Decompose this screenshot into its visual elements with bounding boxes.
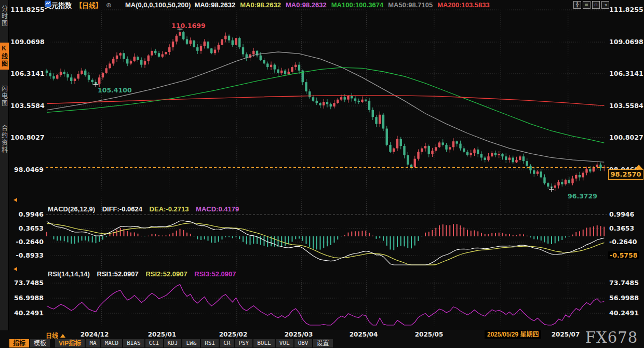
dea-value: DEA:-0.2713 [150,205,189,213]
y-axis-tick: -0.2640 [609,238,642,246]
y-axis-tick: 73.7485 [10,279,44,287]
ma-values: MA0:98.2632MA0:98.2632MA0:98.2632MA100:1… [194,1,494,9]
date-label-2025/03: 2025/03 [285,331,313,338]
y-axis-tick: 106.3141 [609,70,642,77]
selected-date-readout: 2025/05/29 星期四 [485,330,541,339]
toolbar-tab-BOLL[interactable]: BOLL [253,339,276,347]
y-axis-tick: 0.9946 [609,210,642,218]
y-axis-tick: 40.2491 [609,309,642,317]
y-axis-tick: 100.8027 [10,133,44,141]
ma-chart-icon[interactable] [115,2,122,8]
y-axis-tick: 109.0698 [10,38,44,46]
y-axis-tick: 103.5584 [609,102,642,110]
pane-layout-icon[interactable]: ⊞ [583,1,591,9]
last-price-tag: 98.2570 [608,169,643,180]
window-icons: ╬⊞⊟⇥ [573,1,609,9]
date-label-2025/07: 2025/07 [552,331,580,338]
sidebar-tab-合约资料[interactable]: 合约资料 [0,123,9,156]
toolbar-tab-指标[interactable]: 指标 [9,339,30,347]
y-axis-tick: 0.9946 [10,210,44,218]
y-axis-tick: 73.7485 [609,279,642,287]
date-label-2025/01: 2025/01 [148,331,176,338]
ma-value-4: MA50:98.7105 [388,1,433,9]
y-axis-tick: 0.3653 [10,224,44,232]
chart-canvas[interactable] [0,0,644,348]
sidebar-tab-闪电图[interactable]: 闪电图 [0,83,9,109]
y-axis-tick: 56.9988 [609,294,642,302]
rsi-line [47,285,604,325]
y-axis-tick: 0.3653 [609,224,642,232]
ma-value-0: MA0:98.2632 [194,1,235,9]
add-indicator-icon[interactable]: ⊕ [106,1,112,9]
chart-type-sidebar: 分时图K线图闪电图合约资料 [0,0,9,330]
period-tag: 【日线】 [75,0,102,10]
rsi-label-row: RSI(14,14,14) RSI1:52.0907 RSI2:52.0907 … [48,270,242,278]
diff-value: DIFF:-0.0624 [102,205,142,213]
chart-header: 美元指数 【日线】 ⊕ MA(0,0,0,100,50,200) MA0:98.… [45,1,494,9]
rsi3-value: RSI3:52.0907 [194,270,236,278]
date-label-2024/12: 2024/12 [81,331,109,338]
y-axis-tick: -0.8933 [10,251,44,259]
toolbar-tab-CR[interactable]: CR [220,339,235,347]
y-axis-tick: 56.9988 [10,294,44,302]
toolbar-tab-KDJ[interactable]: KDJ [164,339,183,347]
toolbar-tab-MA[interactable]: MA [86,339,101,347]
y-axis-tick: 111.8255 [609,6,642,14]
y-axis-tick: 111.8255 [10,6,44,14]
toolbar-tab-VIP指标[interactable]: VIP指标 [55,339,86,347]
toolbar-tab-OBV[interactable]: OBV [294,339,313,347]
indicator-toolbar: 指标模板VIP指标MAMACDBIASCCIKDJLW&RSICRPSYBOLL… [0,339,644,348]
ma-value-2: MA0:98.2632 [286,1,327,9]
toolbar-tab-模板[interactable]: 模板 [30,339,51,347]
low-price-annotation-early: 105.4100 [98,86,132,94]
ma-value-1: MA0:98.2632 [240,1,281,9]
low-price-annotation-late: 96.3729 [568,192,597,200]
ma-value-3: MA100:100.3674 [331,1,383,9]
date-label-2025/04: 2025/04 [350,331,378,338]
toolbar-tab-BIAS[interactable]: BIAS [123,339,145,347]
date-label-2025/02: 2025/02 [219,331,247,338]
toolbar-tab-LW&[interactable]: LW& [182,339,201,347]
y-axis-tick: 98.0469 [10,166,44,173]
period-up-arrow-icon [60,334,65,338]
date-label-2025/05: 2025/05 [415,331,443,338]
toolbar-tab-PSY[interactable]: PSY [235,339,253,347]
ma-line-MA100 [47,68,604,143]
y-axis-tick: 106.3141 [10,70,44,77]
macd-current-tag: -0.5758 [608,251,639,259]
diff-line [47,221,604,265]
ma-value-5: MA200:103.5833 [437,1,489,9]
price-up-arrow-icon [635,165,642,169]
pane-restore-icon[interactable]: ⊟ [592,1,600,9]
macd-label-row: MACD(26,12,9) DIFF:-0.0624 DEA:-0.2713 M… [48,205,244,213]
rsi-params-label: RSI(14,14,14) [48,270,90,278]
y-axis-tick: 40.2491 [10,309,44,317]
pane-collapse-icon[interactable] [14,267,17,271]
rsi2-value: RSI2:52.0907 [145,270,187,278]
app-window: { "header": { "title": "美元指数", "period_t… [0,0,644,348]
collapse-right-icon[interactable]: ⇥ [601,1,609,9]
toolbar-tab-MACD[interactable]: MACD [101,339,124,347]
toolbar-tab-RSI[interactable]: RSI [201,339,220,347]
y-axis-tick: 100.8027 [609,133,642,141]
toolbar-tab-设置[interactable]: 设置 [313,339,334,347]
y-axis-tick: 103.5584 [10,102,44,110]
ma-line-MA50 [47,52,604,162]
rsi1-value: RSI1:52.0907 [97,270,139,278]
watermark: FX678 [585,329,638,346]
y-axis-tick: 109.0698 [609,38,642,46]
timeline-row: 日线 2025/05/29 星期四 2024/122025/012025/022… [0,330,644,339]
high-price-annotation: 110.1699 [171,22,206,30]
pane-collapse-icon[interactable] [14,198,17,202]
dea-line [47,223,604,265]
toolbar-tab-VOL[interactable]: VOL [276,339,294,347]
ma-settings-label: MA(0,0,0,100,50,200) [125,1,191,9]
sidebar-tab-K线图[interactable]: K线图 [0,43,9,70]
toolbar-tab-CCI[interactable]: CCI [145,339,164,347]
sidebar-tab-分时图[interactable]: 分时图 [0,3,9,29]
macd-value: MACD:0.4179 [196,205,239,213]
pan-tool-icon[interactable]: ╬ [573,1,581,9]
macd-params-label: MACD(26,12,9) [48,205,95,213]
y-axis-tick: -0.2640 [10,238,44,246]
